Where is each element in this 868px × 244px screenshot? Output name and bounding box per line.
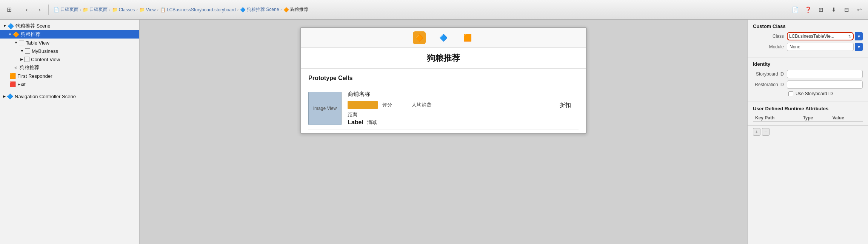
breadcrumb: 📄 口碑页面 › 📁 口碑页面 › 📁 Classes › 📁 View › 📋… <box>54 6 308 13</box>
class-label: Class <box>753 34 787 39</box>
breadcrumb-item-2[interactable]: 📁 口碑页面 <box>83 6 108 13</box>
storyboard-id-input[interactable] <box>787 70 863 78</box>
breadcrumb-item-3[interactable]: 📁 Classes <box>112 7 135 12</box>
file-icon: 📄 <box>54 7 59 12</box>
phone-toolbar-icon-3[interactable]: 🟧 <box>461 31 474 44</box>
phone-content: 狗粮推荐 Prototype Cells Image View 商铺名称 <box>301 48 586 133</box>
sidebar-label-firstresponder: First Responder <box>17 73 52 79</box>
sidebar-label-dogfood: 狗粮推荐 <box>21 31 40 38</box>
sidebar-item-contentview[interactable]: ▶ Content View <box>0 55 139 63</box>
inspector-icon[interactable]: ⊞ <box>816 5 826 15</box>
storyboard-id-row: Storyboard ID <box>753 70 863 78</box>
phone-toolbar-icon-1[interactable]: 🔶 <box>413 31 426 44</box>
sidebar-label-mybusiness: MyBusiness <box>32 48 58 54</box>
document-icon[interactable]: 📄 <box>790 5 800 15</box>
class-input-bordered: LCBusinessTableVie... ↻ <box>787 32 854 40</box>
class-input-container: LCBusinessTableVie... ↻ ▼ <box>787 32 863 40</box>
view-icon: 🔶 <box>283 7 289 12</box>
canvas: 🔶 🔷 🟧 狗粮推荐 Prototype Cells Image View <box>140 20 747 244</box>
cell-info: 商铺名称 评分 人均消费 折扣 距离 Label <box>348 91 579 126</box>
sep6: › <box>280 8 282 12</box>
runtime-col1: Key Path <box>753 114 800 122</box>
distance-label: 距离 <box>348 111 357 118</box>
cell-label: Label <box>348 119 363 126</box>
sidebar: ▼ 🔷 狗粮推荐 Scene ▼ 🔶 狗粮推荐 ▼ Table View ▼ M… <box>0 20 140 244</box>
restoration-id-row: Restoration ID <box>753 80 863 89</box>
sep5: › <box>237 8 239 12</box>
phone-frame: 🔶 🔷 🟧 狗粮推荐 Prototype Cells Image View <box>300 27 587 134</box>
sidebar-item-tableview[interactable]: ▼ Table View <box>0 39 139 47</box>
contentview-icon <box>24 57 29 62</box>
restoration-id-input[interactable] <box>787 80 863 89</box>
help-icon[interactable]: ❓ <box>803 5 813 15</box>
back-button[interactable]: ‹ <box>22 5 32 15</box>
use-storyboard-id-checkbox[interactable] <box>788 91 793 96</box>
grid-icon[interactable]: ⊞ <box>4 5 14 15</box>
minus-icon[interactable]: ⊟ <box>842 5 851 15</box>
phone-toolbar-icon-2[interactable]: 🔷 <box>437 31 450 44</box>
main-toolbar: ⊞ ‹ › 📄 口碑页面 › 📁 口碑页面 › 📁 Classes › 📁 Vi… <box>0 0 868 20</box>
forward-button[interactable]: › <box>34 5 45 15</box>
avg-cost-label: 人均消费 <box>412 102 431 108</box>
sidebar-item-scene1[interactable]: ▼ 🔷 狗粮推荐 Scene <box>0 22 139 30</box>
sidebar-label-contentview: Content View <box>31 57 60 62</box>
sep4: › <box>157 8 159 12</box>
download-icon[interactable]: ⬇ <box>829 5 839 15</box>
cell-row2: 评分 人均消费 折扣 <box>348 101 579 109</box>
breadcrumb-item-6[interactable]: 🔷 狗粮推荐 Scene <box>240 6 279 13</box>
class-row: Class LCBusinessTableVie... ↻ ▼ <box>753 32 863 40</box>
triangle-dogfood: ▼ <box>8 32 12 36</box>
runtime-section: User Defined Runtime Attributes Key Path… <box>748 102 868 126</box>
runtime-col3: Value <box>830 114 863 122</box>
image-view-label: Image View <box>313 106 337 111</box>
custom-class-section: Custom Class Class LCBusinessTableVie...… <box>748 20 868 57</box>
sidebar-item-dogfood[interactable]: ▼ 🔶 狗粮推荐 <box>0 30 139 39</box>
breadcrumb-item-5[interactable]: 📋 LCBusinessStoryboard.storyboard <box>160 7 236 12</box>
module-input[interactable]: None <box>787 43 854 51</box>
storyboard-icon: 📋 <box>160 7 166 12</box>
nav-bar: 狗粮推荐 <box>301 48 586 69</box>
rating-label: 评分 <box>382 102 392 108</box>
breadcrumb-item-4[interactable]: 📁 View <box>139 7 156 12</box>
prototype-section: Prototype Cells Image View 商铺名称 评分 人均消费 <box>301 69 586 133</box>
custom-class-title: Custom Class <box>753 23 863 29</box>
sidebar-item-mybusiness[interactable]: ▼ MyBusiness <box>0 47 139 55</box>
cell-row4: Label 满减 <box>348 119 579 126</box>
sidebar-item-exit[interactable]: 🟥 Exit <box>0 80 139 88</box>
runtime-bottom-bar: + − <box>748 126 868 138</box>
nav-title: 狗粮推荐 <box>427 53 460 64</box>
storyboard-id-label: Storyboard ID <box>753 71 787 77</box>
class-dropdown-btn[interactable]: ▼ <box>855 32 863 40</box>
add-attribute-button[interactable]: + <box>753 128 760 136</box>
tableview-icon <box>19 40 24 45</box>
restoration-id-label: Restoration ID <box>753 82 787 87</box>
module-dropdown-btn[interactable]: ▼ <box>855 43 863 51</box>
breadcrumb-item-1[interactable]: 📄 口碑页面 <box>54 6 78 13</box>
manjian-label: 满减 <box>367 119 377 126</box>
toolbar-divider-1 <box>18 5 18 15</box>
class-input-arrow: ↻ <box>848 34 851 39</box>
triangle-contentview: ▶ <box>20 57 23 61</box>
toolbar-right: 📄 ❓ ⊞ ⬇ ⊟ ↩ <box>790 5 864 15</box>
breadcrumb-item-7[interactable]: 🔶 狗粮推荐 <box>283 6 308 13</box>
phone-toolbar: 🔶 🔷 🟧 <box>301 28 586 48</box>
cell-row3: 距离 <box>348 111 579 118</box>
shop-name: 商铺名称 <box>348 91 579 98</box>
sidebar-label-tableview: Table View <box>26 40 49 46</box>
runtime-title: User Defined Runtime Attributes <box>753 106 863 111</box>
remove-attribute-button[interactable]: − <box>762 128 770 136</box>
sidebar-item-firstresponder[interactable]: 🟧 First Responder <box>0 72 139 80</box>
runtime-table: Key Path Type Value <box>753 114 863 122</box>
scene-icon-sidebar: 🔷 <box>8 23 14 29</box>
folder-icon-2: 📁 <box>112 7 118 12</box>
module-label: Module <box>753 44 787 49</box>
table-row: Image View 商铺名称 评分 人均消费 折扣 距离 <box>308 87 579 130</box>
share-icon[interactable]: ↩ <box>854 5 864 15</box>
dogfood-icon: 🔶 <box>13 31 19 37</box>
image-view: Image View <box>308 92 342 125</box>
prototype-label: Prototype Cells <box>308 75 579 82</box>
folder-icon: 📁 <box>83 7 88 12</box>
sidebar-item-navcontroller[interactable]: ▶ 🔷 Navigation Controller Scene <box>0 92 139 100</box>
sidebar-item-dogfood2[interactable]: ◁ 狗粮推荐 <box>0 63 139 72</box>
sep3: › <box>136 8 137 12</box>
